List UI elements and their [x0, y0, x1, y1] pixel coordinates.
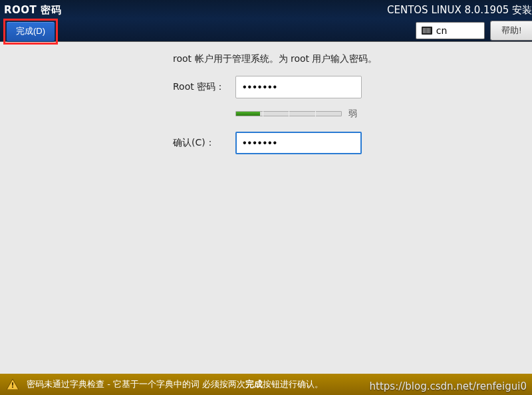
confirm-password-input[interactable]: [235, 132, 362, 154]
password-row: Root 密码：: [173, 76, 532, 98]
done-button-highlight: 完成(D): [3, 19, 58, 45]
strength-row: 弱: [235, 108, 532, 120]
root-password-input[interactable]: [235, 76, 362, 98]
header-right: CENTOS LINUX 8.0.1905 安装 cn 帮助!: [387, 4, 532, 41]
done-button[interactable]: 完成(D): [6, 21, 55, 42]
warning-icon: !: [7, 379, 19, 390]
installer-title: CENTOS LINUX 8.0.1905 安装: [387, 4, 532, 17]
header-right-row: cn 帮助!: [416, 21, 532, 41]
keyboard-icon: [422, 27, 432, 35]
password-strength-bar: [235, 111, 342, 116]
keyboard-layout-indicator[interactable]: cn: [416, 22, 485, 39]
confirm-row: 确认(C)：: [173, 132, 532, 154]
warning-pre: 密码未通过字典检查 - 它基于一个字典中的词 必须按两次: [27, 379, 245, 389]
watermark-text: https://blog.csdn.net/renfeigui0: [370, 380, 527, 392]
help-button[interactable]: 帮助!: [490, 21, 532, 41]
main-content: root 帐户用于管理系统。为 root 用户输入密码。 Root 密码： 弱 …: [0, 53, 532, 164]
warning-text: 密码未通过字典检查 - 它基于一个字典中的词 必须按两次完成按钮进行确认。: [27, 378, 323, 390]
password-label: Root 密码：: [173, 81, 235, 93]
password-strength-text: 弱: [348, 108, 357, 120]
keyboard-layout-code: cn: [436, 25, 448, 36]
password-strength-fill: [236, 112, 260, 116]
svg-text:!: !: [11, 381, 14, 390]
confirm-label: 确认(C)：: [173, 137, 235, 149]
description-text: root 帐户用于管理系统。为 root 用户输入密码。: [173, 53, 532, 65]
installer-header: ROOT 密码 完成(D) CENTOS LINUX 8.0.1905 安装 c…: [0, 0, 532, 42]
warning-post: 按钮进行确认。: [263, 379, 323, 389]
warning-bold: 完成: [245, 379, 263, 389]
